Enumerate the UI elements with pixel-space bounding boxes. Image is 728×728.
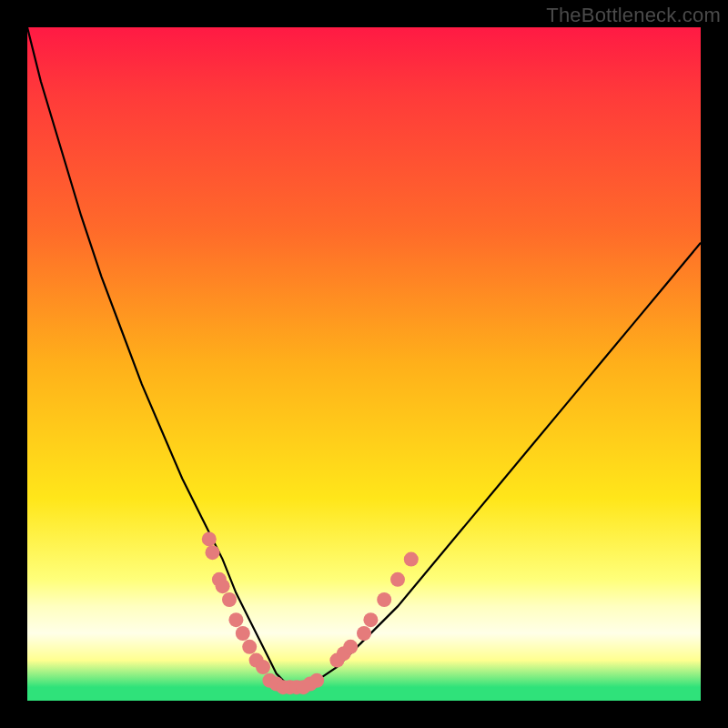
highlight-dot [228, 612, 243, 627]
bottleneck-curve [27, 27, 701, 687]
highlight-dot [390, 572, 405, 587]
chart-svg [27, 27, 701, 701]
highlight-dots [202, 531, 419, 694]
highlight-dot [309, 673, 324, 688]
highlight-dot [202, 531, 217, 546]
watermark-text: TheBottleneck.com [546, 4, 721, 27]
highlight-dot [222, 592, 237, 607]
highlight-dot [206, 545, 220, 560]
highlight-dot [216, 579, 230, 593]
highlight-dot [363, 612, 378, 627]
highlight-dot [357, 626, 371, 641]
highlight-dot [236, 626, 250, 641]
plot-area [27, 27, 701, 701]
highlight-dot [242, 640, 257, 654]
highlight-dot [256, 660, 270, 674]
highlight-dot [343, 640, 358, 654]
chart-frame: TheBottleneck.com [0, 0, 728, 728]
highlight-dot [404, 552, 419, 567]
highlight-dot [377, 592, 391, 607]
